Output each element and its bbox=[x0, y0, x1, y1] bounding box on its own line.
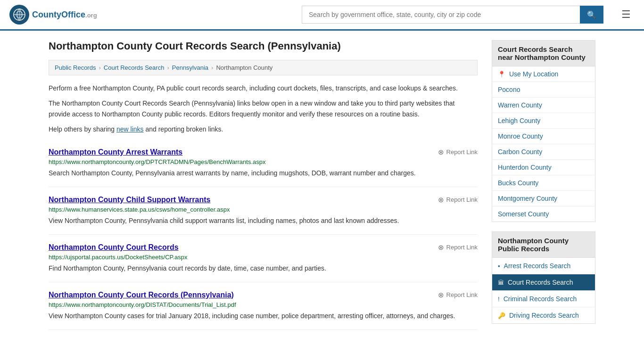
report-icon: ⊗ bbox=[438, 148, 444, 156]
list-item: Hunterdon County bbox=[492, 160, 595, 175]
sidebar-nearby-links: 📍 Use My Location Pocono Warren County L… bbox=[492, 66, 595, 222]
result-item: Northampton County Court Records ⊗ Repor… bbox=[49, 235, 478, 282]
search-icon: 🔍 bbox=[587, 10, 596, 19]
arrest-records-link[interactable]: Arrest Records Search bbox=[504, 262, 571, 270]
page-title: Northampton County Court Records Search … bbox=[49, 40, 478, 52]
list-item: Somerset County bbox=[492, 206, 595, 222]
breadcrumb-public-records[interactable]: Public Records bbox=[55, 64, 96, 71]
breadcrumb-current: Northampton County bbox=[216, 64, 272, 71]
arrest-icon: ▪ bbox=[498, 263, 500, 270]
hamburger-icon: ☰ bbox=[621, 8, 631, 20]
breadcrumb-sep-1: › bbox=[99, 64, 100, 71]
result-header: Northampton County Court Records ⊗ Repor… bbox=[49, 243, 478, 252]
pocono-link[interactable]: Pocono bbox=[498, 86, 520, 93]
site-header: CountyOffice.org 🔍 ☰ bbox=[0, 0, 644, 31]
result-title[interactable]: Northampton County Court Records (Pennsy… bbox=[49, 291, 234, 299]
monroe-county-link[interactable]: Monroe County bbox=[498, 132, 543, 140]
lehigh-county-link[interactable]: Lehigh County bbox=[498, 117, 540, 124]
montgomery-county-link[interactable]: Montgomery County bbox=[498, 195, 557, 202]
carbon-county-link[interactable]: Carbon County bbox=[498, 148, 542, 156]
search-input[interactable] bbox=[302, 6, 580, 24]
list-item: Montgomery County bbox=[492, 191, 595, 206]
sidebar-record-driving[interactable]: 🔑 Driving Records Search bbox=[492, 307, 595, 323]
list-item: Carbon County bbox=[492, 144, 595, 160]
list-item: Monroe County bbox=[492, 129, 595, 144]
court-icon: 🏛 bbox=[498, 279, 504, 286]
site-logo[interactable]: CountyOffice.org bbox=[9, 5, 97, 25]
search-bar: 🔍 bbox=[302, 6, 603, 24]
results-list: Northampton County Arrest Warrants ⊗ Rep… bbox=[49, 140, 478, 330]
new-links-link[interactable]: new links bbox=[116, 125, 144, 133]
logo-text: CountyOffice.org bbox=[32, 10, 97, 20]
breadcrumb: Public Records › Court Records Search › … bbox=[49, 60, 478, 75]
result-url: https://www.humanservices.state.pa.us/cs… bbox=[49, 206, 478, 213]
sidebar-record-court[interactable]: 🏛 Court Records Search bbox=[492, 274, 595, 291]
list-item: Pocono bbox=[492, 82, 595, 98]
driving-icon: 🔑 bbox=[498, 312, 505, 319]
menu-button[interactable]: ☰ bbox=[618, 7, 635, 23]
report-icon: ⊗ bbox=[438, 196, 444, 204]
list-item: Warren County bbox=[492, 98, 595, 113]
report-link[interactable]: ⊗ Report Link bbox=[438, 196, 478, 204]
use-my-location-link[interactable]: Use My Location bbox=[509, 70, 558, 78]
result-url: https://www.northamptoncounty.org/DISTAT… bbox=[49, 301, 478, 308]
sidebar-use-location[interactable]: 📍 Use My Location bbox=[492, 66, 595, 82]
somerset-county-link[interactable]: Somerset County bbox=[498, 210, 549, 218]
report-icon: ⊗ bbox=[438, 291, 444, 299]
logo-icon bbox=[9, 5, 29, 25]
result-title[interactable]: Northampton County Child Support Warrant… bbox=[49, 196, 210, 204]
breadcrumb-sep-3: › bbox=[211, 64, 213, 71]
location-icon: 📍 bbox=[498, 71, 505, 78]
result-header: Northampton County Child Support Warrant… bbox=[49, 196, 478, 204]
result-url: https://www.northamptoncounty.org/DPTCRT… bbox=[49, 158, 478, 165]
result-item: Northampton County Court Records (Pennsy… bbox=[49, 282, 478, 330]
report-link[interactable]: ⊗ Report Link bbox=[438, 148, 478, 156]
description-2: The Northampton County Court Records Sea… bbox=[49, 98, 478, 119]
result-item: Northampton County Child Support Warrant… bbox=[49, 187, 478, 235]
breadcrumb-court-records[interactable]: Court Records Search bbox=[104, 64, 165, 71]
result-header: Northampton County Arrest Warrants ⊗ Rep… bbox=[49, 148, 478, 156]
search-button[interactable]: 🔍 bbox=[580, 6, 603, 24]
warren-county-link[interactable]: Warren County bbox=[498, 101, 542, 109]
sidebar-records-links: ▪ Arrest Records Search 🏛 Court Records … bbox=[492, 258, 595, 324]
bucks-county-link[interactable]: Bucks County bbox=[498, 179, 538, 187]
criminal-records-link[interactable]: Criminal Records Search bbox=[504, 295, 577, 303]
result-item: Northampton County Arrest Warrants ⊗ Rep… bbox=[49, 140, 478, 187]
report-link[interactable]: ⊗ Report Link bbox=[438, 243, 478, 252]
report-icon: ⊗ bbox=[438, 243, 444, 252]
main-container: Northampton County Court Records Search … bbox=[39, 31, 605, 349]
result-desc: View Northampton County, Pennsylvania ch… bbox=[49, 216, 478, 226]
result-title[interactable]: Northampton County Court Records bbox=[49, 243, 179, 252]
driving-records-link[interactable]: Driving Records Search bbox=[509, 312, 579, 319]
court-records-label: Court Records Search bbox=[508, 279, 573, 286]
result-url: https://ujsportal.pacourts.us/DocketShee… bbox=[49, 254, 478, 261]
description-1: Perform a free Northampton County, PA pu… bbox=[49, 83, 478, 93]
result-desc: View Northampton County cases for trial … bbox=[49, 311, 478, 321]
sidebar-record-arrest[interactable]: ▪ Arrest Records Search bbox=[492, 258, 595, 274]
list-item: Bucks County bbox=[492, 175, 595, 191]
sidebar: Court Records Search near Northampton Co… bbox=[492, 40, 595, 330]
list-item: Lehigh County bbox=[492, 113, 595, 129]
result-title[interactable]: Northampton County Arrest Warrants bbox=[49, 148, 182, 156]
hunterdon-county-link[interactable]: Hunterdon County bbox=[498, 164, 552, 171]
sidebar-record-criminal[interactable]: ! Criminal Records Search bbox=[492, 291, 595, 307]
result-desc: Search Northampton County, Pennsylvania … bbox=[49, 168, 478, 178]
sidebar-nearby-title: Court Records Search near Northampton Co… bbox=[492, 40, 595, 66]
result-header: Northampton County Court Records (Pennsy… bbox=[49, 291, 478, 299]
result-desc: Find Northampton County, Pennsylvania co… bbox=[49, 263, 478, 273]
breadcrumb-pennsylvania[interactable]: Pennsylvania bbox=[172, 64, 208, 71]
report-link[interactable]: ⊗ Report Link bbox=[438, 291, 478, 299]
sidebar-records-title: Northampton County Public Records bbox=[492, 231, 595, 258]
criminal-icon: ! bbox=[498, 296, 500, 303]
content-area: Northampton County Court Records Search … bbox=[49, 40, 478, 330]
description-3: Help others by sharing new links and rep… bbox=[49, 124, 478, 134]
breadcrumb-sep-2: › bbox=[167, 64, 169, 71]
